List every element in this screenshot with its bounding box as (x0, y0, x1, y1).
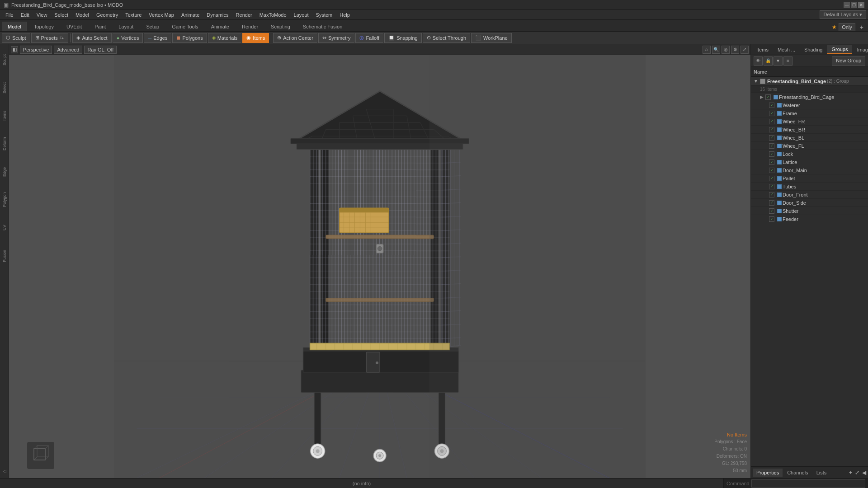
tree-vis-icon[interactable]: ✓ (769, 208, 774, 214)
tree-item-8[interactable]: ✓ Lattice (751, 158, 868, 166)
viewport-icon-home[interactable]: ⌂ (703, 46, 711, 54)
bottom-tab-lists[interactable]: Lists (813, 469, 830, 477)
tree-item-6[interactable]: ✓ Whee_FL (751, 142, 868, 150)
falloff-button[interactable]: ◎ Falloff (355, 33, 383, 43)
menu-geometry[interactable]: Geometry (93, 11, 122, 19)
tree-item-2[interactable]: ✓ Frame (751, 109, 868, 117)
tree-group-header[interactable]: ▼ Freestanding_Bird_Cage (2) : Group (751, 77, 868, 86)
tab-render[interactable]: Render (236, 22, 264, 31)
viewport-icon-settings[interactable]: ⚙ (731, 46, 739, 54)
tree-item-9[interactable]: ✓ Door_Main (751, 166, 868, 174)
tab-paint[interactable]: Paint (89, 22, 112, 31)
viewport-container[interactable]: ◧ Perspective Advanced Ray GL: Off ⌂ 🔍 ◎… (9, 44, 750, 478)
menu-help[interactable]: Help (336, 11, 354, 19)
bottom-panel-collapse-btn[interactable]: ◀ (862, 469, 866, 476)
default-layouts-btn[interactable]: Default Layouts ▾ (820, 10, 867, 19)
tab-scripting[interactable]: Scripting (265, 22, 296, 31)
tab-schematicfusion[interactable]: Schematic Fusion (297, 22, 348, 31)
symmetry-button[interactable]: ⇔ Symmetry (318, 33, 355, 43)
tree-item-15[interactable]: ✓ Feeder (751, 215, 868, 223)
polygons-button[interactable]: ◼ Polygons (172, 33, 207, 43)
tree-vis-icon[interactable]: ✓ (769, 168, 774, 173)
viewport-icon-camera[interactable]: ◎ (722, 46, 730, 54)
command-input[interactable] (751, 479, 865, 488)
menu-vertexmap[interactable]: Vertex Map (145, 11, 178, 19)
right-tab-mesh[interactable]: Mesh ... (773, 46, 800, 54)
tab-topology[interactable]: Topology (28, 22, 60, 31)
panel-list-btn[interactable]: ≡ (783, 56, 793, 66)
tree-vis-icon[interactable]: ✓ (769, 176, 774, 181)
tree-vis-icon[interactable]: ✓ (769, 200, 774, 206)
viewport-icon-search[interactable]: 🔍 (712, 46, 720, 54)
tree-vis-icon[interactable]: ✓ (769, 135, 774, 141)
workplane-button[interactable]: ⬛ WorkPlane (471, 33, 512, 43)
menu-file[interactable]: File (2, 11, 17, 19)
auto-select-button[interactable]: ◈ Auto Select (72, 33, 111, 43)
panel-eye-btn[interactable]: 👁 (754, 56, 763, 66)
tree-item-11[interactable]: ✓ Tubes (751, 183, 868, 191)
sidebar-collapse-btn[interactable]: ◁ (1, 467, 8, 474)
sidebar-item-uv[interactable]: UV (0, 214, 9, 241)
edges-button[interactable]: ─ Edges (144, 33, 171, 43)
sidebar-item-polygon[interactable]: Polygon (0, 186, 9, 213)
tree-item-7[interactable]: ✓ Lock (751, 150, 868, 158)
tab-model[interactable]: Model (2, 22, 27, 31)
presets-button[interactable]: ⊞ Presets F▸ (31, 33, 69, 43)
viewport-icon-expand[interactable]: ⤢ (741, 46, 749, 54)
close-button[interactable]: ✕ (858, 2, 864, 8)
menu-layout[interactable]: Layout (290, 11, 312, 19)
right-tab-groups[interactable]: Groups (827, 45, 852, 54)
action-center-button[interactable]: ⊕ Action Center (273, 33, 317, 43)
tree-item-14[interactable]: ✓ Shutter (751, 207, 868, 215)
tab-uvedit[interactable]: UVEdit (61, 22, 88, 31)
panel-lock-btn[interactable]: 🔒 (764, 56, 773, 66)
title-bar-controls[interactable]: — ☐ ✕ (844, 2, 864, 8)
ray-gl-button[interactable]: Ray GL: Off (84, 46, 117, 54)
bottom-panel-add-btn[interactable]: + (849, 469, 852, 476)
sculpt-button[interactable]: ⬡ Sculpt (2, 33, 30, 43)
menu-maxtomodo[interactable]: MaxToModo (256, 11, 290, 19)
tree-vis-icon[interactable]: ✓ (769, 184, 774, 189)
tree-vis-icon[interactable]: ✓ (769, 151, 774, 157)
tree-vis-icon[interactable]: ✓ (769, 103, 774, 108)
menu-animate[interactable]: Animate (178, 11, 203, 19)
tree-item-4[interactable]: ✓ Whee_BR (751, 126, 868, 134)
tree-vis-icon[interactable]: ✓ (769, 192, 774, 197)
tree-item-12[interactable]: ✓ Door_Front (751, 191, 868, 199)
tab-setup[interactable]: Setup (140, 22, 165, 31)
items-button[interactable]: ◉ Items (242, 33, 269, 43)
panel-filter-btn[interactable]: ▼ (774, 56, 783, 66)
tab-gametools[interactable]: Game Tools (166, 22, 204, 31)
viewport-canvas[interactable]: No Items Polygons : Face Channels: 0 Def… (9, 55, 750, 478)
right-tab-items[interactable]: Items (752, 46, 773, 54)
bottom-tab-properties[interactable]: Properties (753, 469, 783, 477)
tab-animate[interactable]: Animate (205, 22, 235, 31)
add-tab-button[interactable]: + (857, 23, 866, 31)
perspective-button[interactable]: Perspective (20, 46, 52, 54)
advanced-button[interactable]: Advanced (54, 46, 82, 54)
right-tab-shading[interactable]: Shading (800, 46, 827, 54)
tree-vis-icon[interactable]: ✓ (769, 127, 774, 132)
vertices-button[interactable]: ● Vertices (113, 33, 143, 43)
materials-button[interactable]: ◈ Materials (208, 33, 242, 43)
restore-button[interactable]: ☐ (851, 2, 857, 8)
menu-model[interactable]: Model (72, 11, 93, 19)
menu-render[interactable]: Render (232, 11, 256, 19)
tree-vis-icon[interactable]: ✓ (769, 119, 774, 124)
tree-item-0[interactable]: ▶ ✓ Freestanding_Bird_Cage (751, 93, 868, 101)
scene-tree[interactable]: ▼ Freestanding_Bird_Cage (2) : Group 16 … (751, 77, 868, 466)
minimize-button[interactable]: — (844, 2, 850, 8)
new-group-button[interactable]: New Group (832, 56, 865, 66)
right-tab-images[interactable]: Images (852, 46, 868, 54)
sidebar-item-deform[interactable]: Deform (0, 130, 9, 157)
tree-expand-icon[interactable]: ▶ (760, 94, 765, 99)
viewport-toggle-btn[interactable]: ◧ (11, 46, 18, 53)
tree-vis-icon[interactable]: ✓ (769, 143, 774, 149)
bottom-panel-expand-btn[interactable]: ⤢ (855, 469, 859, 476)
tab-layout[interactable]: Layout (113, 22, 139, 31)
tree-vis-icon[interactable]: ✓ (769, 216, 774, 222)
tree-item-10[interactable]: ✓ Pallet (751, 174, 868, 183)
sidebar-item-sculpt[interactable]: Sculpt (0, 46, 9, 73)
tree-vis-icon[interactable]: ✓ (769, 111, 774, 116)
tree-item-13[interactable]: ✓ Door_Side (751, 199, 868, 207)
